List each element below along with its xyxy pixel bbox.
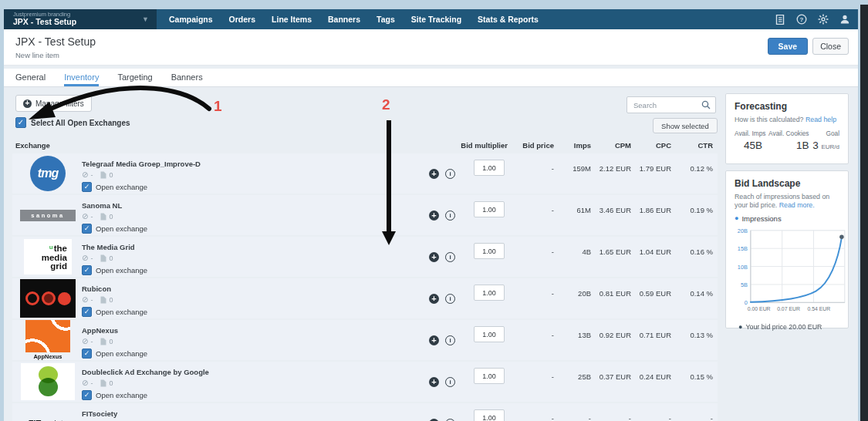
search-icon[interactable] [701, 100, 715, 109]
column-bid-price: Bid price [512, 141, 559, 150]
settings-icon[interactable] [818, 14, 829, 25]
pages-count: 0 [109, 171, 113, 179]
column-cpc: CPC [636, 141, 676, 150]
add-exchange-icon[interactable] [429, 419, 439, 421]
svg-text:15B: 15B [738, 245, 748, 252]
help-icon[interactable]: ? [796, 14, 807, 25]
media-grid-mark [49, 244, 53, 251]
info-icon[interactable] [445, 335, 455, 345]
show-selected-button[interactable]: Show selected [653, 118, 718, 133]
exchange-table: Exchange Bid multiplier Bid price Imps C… [12, 136, 718, 421]
svg-text:0.54 EUR: 0.54 EUR [807, 306, 830, 312]
bid-multiplier-input[interactable] [474, 160, 505, 176]
ctr-value: 0.14 % [676, 278, 718, 318]
nav-item-campaigns[interactable]: Campaigns [169, 15, 213, 24]
nav-item-orders[interactable]: Orders [229, 15, 255, 24]
search-input[interactable] [627, 101, 701, 109]
manage-filters-button[interactable]: Manage filters [15, 95, 92, 112]
add-exchange-icon[interactable] [429, 335, 439, 345]
page-title: JPX - Test Setup [15, 35, 96, 48]
bid-multiplier-input[interactable] [474, 368, 505, 384]
deals-icon [82, 338, 88, 345]
account-switcher[interactable]: Justpremium branding JPX - Test Setup [4, 9, 157, 29]
report-icon[interactable] [775, 14, 785, 25]
cpc-value: 1.79 EUR [636, 153, 676, 194]
nav-item-line-items[interactable]: Line Items [272, 15, 312, 24]
tab-banners[interactable]: Banners [171, 72, 203, 86]
ctr-value: - [676, 403, 718, 421]
tab-inventory[interactable]: Inventory [64, 72, 99, 86]
add-exchange-icon[interactable] [429, 377, 439, 387]
tab-general[interactable]: General [15, 72, 46, 86]
pages-icon [100, 379, 106, 387]
info-icon[interactable] [445, 252, 455, 262]
info-icon[interactable] [445, 169, 455, 179]
open-exchange-checkbox[interactable] [82, 265, 92, 275]
bid-multiplier-input[interactable] [474, 243, 505, 259]
background-shadow-strip [860, 5, 868, 421]
exchange-name: FITsociety [82, 409, 429, 418]
open-exchange-toggle[interactable]: Open exchange [82, 349, 429, 359]
select-all-open-exchanges[interactable]: Select All Open Exchanges [15, 117, 130, 128]
bid-price-legend-dot: ● [738, 324, 742, 331]
svg-text:5B: 5B [741, 281, 748, 288]
open-exchange-toggle[interactable]: Open exchange [82, 307, 429, 317]
imps-value: 159M [559, 153, 596, 194]
tab-targeting[interactable]: Targeting [117, 72, 152, 86]
add-exchange-icon[interactable] [429, 294, 439, 304]
table-row-rubicon: Rubicon - 0 Open exchange [12, 278, 718, 318]
open-exchange-toggle[interactable]: Open exchange [82, 182, 429, 192]
add-exchange-icon[interactable] [429, 210, 439, 221]
deals-count: - [90, 379, 93, 387]
select-all-checkbox[interactable] [15, 117, 26, 128]
open-exchange-checkbox[interactable] [82, 182, 92, 192]
plus-circle-icon [23, 99, 32, 108]
bid-price-value: - [512, 195, 559, 235]
info-icon[interactable] [445, 294, 455, 304]
nav-icon-group: ? [775, 9, 858, 29]
curve-end-marker [839, 234, 844, 239]
nav-item-tags[interactable]: Tags [377, 15, 395, 24]
bid-price-value: - [512, 362, 559, 402]
add-exchange-icon[interactable] [429, 169, 439, 179]
info-icon[interactable] [445, 210, 455, 221]
open-exchange-checkbox[interactable] [82, 224, 92, 234]
read-help-link[interactable]: Read help [806, 116, 836, 123]
close-button[interactable]: Close [812, 38, 849, 55]
cpc-value: 1.04 EUR [636, 237, 676, 277]
bid-multiplier-input[interactable] [474, 285, 505, 301]
deals-count: - [90, 254, 93, 262]
avail-imps-value: 45B [735, 140, 768, 151]
bid-multiplier-input[interactable] [474, 409, 505, 421]
imps-value: 25B [559, 362, 596, 402]
nav-item-site-tracking[interactable]: Site Tracking [411, 15, 461, 24]
open-exchange-checkbox[interactable] [82, 307, 92, 317]
chevron-down-icon [142, 15, 149, 23]
nav-item-stats-reports[interactable]: Stats & Reports [478, 15, 539, 24]
open-exchange-checkbox[interactable] [82, 390, 92, 400]
nav-item-banners[interactable]: Banners [328, 15, 360, 24]
open-exchange-toggle[interactable]: Open exchange [82, 265, 429, 275]
deals-icon [82, 379, 88, 386]
info-icon[interactable] [445, 419, 455, 421]
bid-price-value: - [512, 153, 559, 194]
forecasting-card: Forecasting How is this calculated? Read… [725, 93, 849, 164]
cpm-value: - [596, 403, 636, 421]
save-button[interactable]: Save [768, 38, 809, 55]
read-more-link[interactable]: Read more. [779, 201, 815, 209]
pages-count: 0 [109, 213, 113, 221]
open-exchange-toggle[interactable]: Open exchange [82, 224, 429, 234]
cpm-value: 0.37 EUR [596, 362, 636, 402]
user-icon[interactable] [839, 14, 850, 25]
deals-icon [82, 171, 88, 178]
cpc-value: 0.59 EUR [636, 278, 676, 318]
info-icon[interactable] [445, 377, 455, 387]
pages-icon [100, 171, 106, 179]
bid-landscape-chart: 20B 15B 10B 5B 0 0.00 EUR 0.07 EUR 0.54 … [735, 224, 847, 317]
bid-multiplier-input[interactable] [474, 326, 505, 342]
add-exchange-icon[interactable] [429, 252, 439, 262]
bid-multiplier-input[interactable] [474, 201, 505, 217]
open-exchange-toggle[interactable]: Open exchange [82, 390, 429, 400]
cpc-value: 0.71 EUR [636, 320, 676, 360]
open-exchange-checkbox[interactable] [82, 349, 92, 359]
